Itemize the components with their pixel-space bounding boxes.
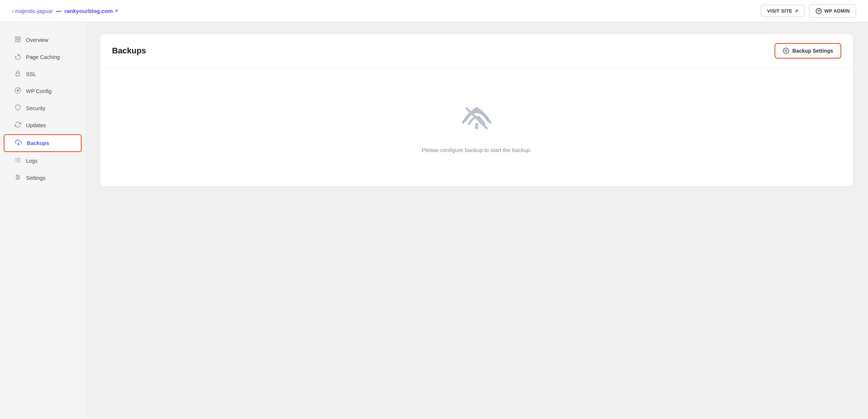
svg-point-19 [785, 50, 787, 52]
back-site-name: majestic-jaguar [15, 8, 53, 14]
svg-point-7 [17, 90, 19, 92]
back-chevron-icon: ‹ [12, 8, 14, 14]
sidebar-item-page-caching[interactable]: Page Caching [4, 49, 82, 65]
sidebar-item-wp-config[interactable]: WP Config [4, 83, 82, 99]
svg-point-16 [16, 175, 17, 176]
overview-icon [14, 36, 22, 44]
header-right: VISIT SITE ↗ WP ADMIN [761, 4, 856, 18]
svg-rect-4 [19, 39, 20, 42]
ssl-icon [14, 70, 22, 78]
backup-settings-label: Backup Settings [792, 48, 833, 54]
visit-site-button[interactable]: VISIT SITE ↗ [761, 5, 805, 17]
svg-rect-1 [15, 37, 17, 38]
sidebar-item-ssl-label: SSL [26, 71, 36, 77]
card-title: Backups [112, 46, 146, 56]
settings-icon [14, 174, 22, 182]
sidebar-item-page-caching-label: Page Caching [26, 54, 60, 60]
sidebar-item-backups-label: Backups [27, 140, 49, 146]
sidebar-item-wp-config-label: WP Config [26, 88, 52, 94]
backups-card: Backups Backup Settings [100, 34, 853, 187]
site-url-link[interactable]: rankyourblog.com ↗ [64, 8, 118, 14]
svg-point-18 [17, 178, 18, 179]
svg-point-21 [475, 123, 478, 126]
card-header: Backups Backup Settings [100, 34, 853, 68]
svg-point-22 [475, 126, 479, 129]
svg-rect-5 [16, 73, 20, 76]
sidebar-item-security[interactable]: Security [4, 100, 82, 116]
sidebar-item-updates-label: Updates [26, 122, 46, 128]
wp-admin-label: WP ADMIN [824, 8, 850, 14]
sidebar-item-settings-label: Settings [26, 175, 45, 181]
security-icon [14, 104, 22, 112]
backup-settings-button[interactable]: Backup Settings [775, 43, 841, 59]
gear-icon [783, 47, 789, 54]
site-url-text: rankyourblog.com [64, 8, 113, 14]
backups-icon [15, 139, 22, 147]
sidebar-item-logs-label: Logs [26, 158, 37, 164]
card-body: Please configure backup to start the bac… [100, 68, 853, 187]
header-left: ‹ majestic-jaguar — rankyourblog.com ↗ [12, 8, 118, 14]
sidebar-item-overview[interactable]: Overview [4, 32, 82, 48]
main-layout: Overview Page Caching SSL [0, 22, 868, 419]
visit-site-external-icon: ↗ [795, 9, 798, 14]
content-area: Backups Backup Settings [85, 22, 868, 419]
sidebar-item-ssl[interactable]: SSL [4, 66, 82, 82]
wp-config-icon [14, 87, 22, 95]
external-link-icon: ↗ [114, 9, 118, 14]
svg-point-17 [19, 177, 20, 178]
sidebar-item-backups[interactable]: Backups [4, 134, 82, 152]
sidebar-item-security-label: Security [26, 105, 45, 111]
updates-icon [14, 121, 22, 129]
wp-logo-icon [815, 8, 822, 14]
sidebar-item-settings[interactable]: Settings [4, 170, 82, 186]
page-caching-icon [14, 53, 22, 61]
back-link[interactable]: ‹ majestic-jaguar [12, 8, 53, 14]
logs-icon [14, 157, 22, 165]
sidebar-item-logs[interactable]: Logs [4, 153, 82, 169]
sidebar-item-overview-label: Overview [26, 37, 48, 43]
visit-site-label: VISIT SITE [767, 8, 792, 14]
sidebar-item-updates[interactable]: Updates [4, 117, 82, 133]
svg-rect-2 [19, 37, 20, 38]
no-signal-icon [460, 102, 493, 136]
separator: — [56, 8, 61, 14]
wp-admin-button[interactable]: WP ADMIN [809, 4, 856, 18]
empty-state-message: Please configure backup to start the bac… [422, 147, 532, 153]
svg-rect-3 [15, 39, 17, 42]
sidebar: Overview Page Caching SSL [0, 22, 85, 419]
top-header: ‹ majestic-jaguar — rankyourblog.com ↗ V… [0, 0, 868, 22]
